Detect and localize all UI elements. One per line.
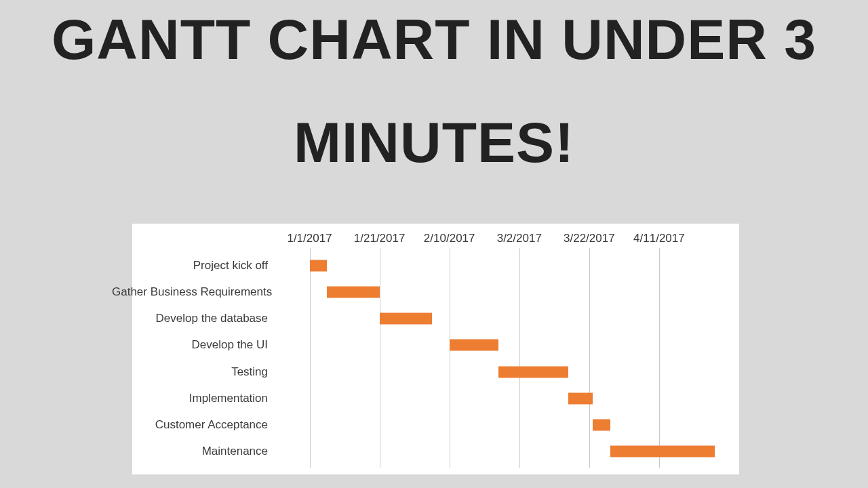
x-tick-label: 3/2/2017 — [497, 232, 542, 245]
gantt-bar — [498, 366, 568, 378]
x-tick-label: 3/22/2017 — [564, 232, 615, 245]
x-tick-label: 1/1/2017 — [287, 232, 332, 245]
gantt-chart: 1/1/20171/21/20172/10/20173/2/20173/22/2… — [132, 224, 739, 474]
gantt-bar — [310, 260, 328, 271]
gridline — [450, 248, 450, 468]
task-label: Testing — [112, 365, 275, 379]
task-label: Project kick off — [112, 259, 275, 272]
gantt-bar — [593, 420, 610, 431]
gantt-bar — [610, 446, 715, 458]
task-label: Implementation — [112, 392, 275, 405]
heading-line-2: MINUTES! — [0, 113, 868, 172]
gridline — [310, 248, 311, 468]
gridline — [589, 248, 590, 468]
x-tick-label: 4/11/2017 — [633, 232, 685, 245]
gantt-bar — [568, 392, 593, 404]
gantt-bar — [327, 286, 379, 298]
gridline — [380, 248, 380, 468]
heading-line-1: GANTT CHART IN UNDER 3 — [0, 9, 868, 69]
plot-area: 1/1/20171/21/20172/10/20173/2/20173/22/2… — [275, 232, 729, 468]
task-label: Develop the UI — [112, 338, 275, 352]
task-label: Maintenance — [112, 445, 275, 458]
gantt-bar — [380, 313, 432, 325]
task-label: Develop the database — [112, 312, 275, 325]
task-label: Gather Business Requirements — [112, 285, 275, 299]
gantt-bar — [450, 340, 498, 351]
gridline — [659, 248, 660, 468]
gridline — [519, 248, 520, 468]
task-label: Customer Acceptance — [112, 418, 275, 432]
x-tick-label: 2/10/2017 — [424, 232, 475, 245]
x-tick-label: 1/21/2017 — [354, 232, 406, 245]
